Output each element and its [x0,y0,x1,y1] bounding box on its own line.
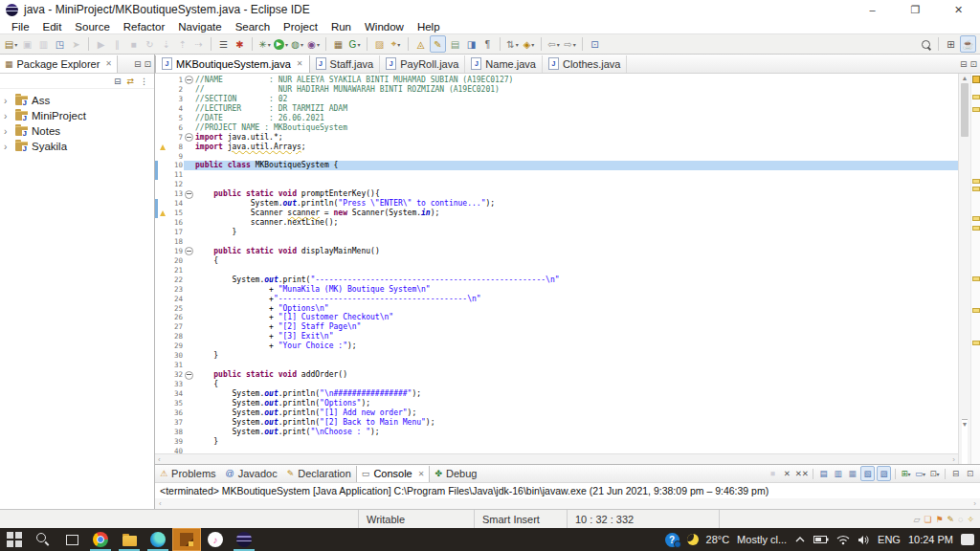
menu-window[interactable]: Window [358,21,411,33]
warning-icon[interactable] [160,210,166,216]
pin-console-icon[interactable]: ⊡▾ [928,467,941,480]
scroll-left-icon[interactable]: ‹ [158,455,161,464]
progress-icon[interactable]: ◌ [958,515,963,524]
get-help-icon[interactable]: ? [665,533,679,547]
collapse-all-icon[interactable]: ⊟ [114,77,122,86]
view-menu-icon[interactable]: ⋮ [140,77,148,86]
close-view-icon[interactable]: ✕ [105,59,112,68]
fold-cell[interactable] [184,247,193,256]
sidebar-item-miniproject[interactable]: ›MiniProject [0,108,154,123]
last-edit-location-icon[interactable]: ◨ [464,36,479,52]
warning-marker[interactable] [972,107,980,112]
link-with-editor-icon[interactable]: ⇄ [126,77,134,86]
expand-chevron-icon[interactable]: › [4,126,11,137]
editor-tab-clothes-java[interactable]: JClothes.java [543,55,628,73]
profile-icon[interactable]: ◉▾ [306,36,321,52]
generate-icon[interactable]: G▾ [347,36,362,52]
restore-button[interactable]: ❐ [894,0,937,19]
mark-occurrences-icon[interactable]: ◬ [413,36,428,52]
maximize-editor-icon[interactable]: ⊡ [969,59,977,69]
fold-cell[interactable] [184,189,193,199]
flag-tip-icon[interactable]: ⚑ [935,515,943,524]
tray-clock[interactable]: 10:24 PM [908,534,953,545]
coverage-icon[interactable]: ◍▾ [290,36,304,52]
word-wrap-icon[interactable]: ▦ [846,467,858,480]
sort-icon[interactable]: ⇅▾ [505,36,520,52]
new-java-project-icon[interactable]: ▦ [331,36,345,52]
taskbar-taskview-icon[interactable] [57,528,86,551]
warning-marker[interactable] [972,95,980,99]
taskbar-explorer-icon[interactable] [115,528,144,551]
tray-chevron-up-icon[interactable] [794,536,806,543]
menu-refactor[interactable]: Refactor [117,21,171,33]
editor-tab-staff-java[interactable]: JStaff.java [310,55,381,73]
warning-marker[interactable] [972,341,980,345]
editor-horizontal-scrollbar[interactable]: ‹ › [155,453,958,464]
fold-collapse-icon[interactable] [185,133,193,142]
edit-pencil-icon[interactable]: ✎ [947,515,955,524]
close-tab-icon[interactable]: ✕ [418,470,425,478]
scroll-left-icon[interactable]: ‹ [159,499,162,508]
show-stdout-icon[interactable]: ▧ [860,466,875,481]
tip-bubble-icon[interactable]: ❏ [924,515,931,524]
maximize-view-icon[interactable]: ⊡ [144,59,151,69]
close-tab-icon[interactable]: ✕ [297,59,303,68]
tray-temperature[interactable]: 28°C [706,534,730,545]
minimize-editor-icon[interactable]: ⊟ [960,59,968,69]
suspend-icon[interactable]: ∥ [110,36,124,52]
menu-file[interactable]: File [5,21,36,33]
menu-run[interactable]: Run [324,21,358,33]
save-icon[interactable]: ▣ [20,36,34,52]
fold-cell[interactable] [184,133,193,143]
warning-marker[interactable] [972,187,980,191]
resume-icon[interactable]: ▶ [94,36,108,52]
fold-collapse-icon[interactable] [185,247,193,255]
open-element-icon[interactable]: ◳ [53,36,67,52]
fold-cell[interactable] [184,76,193,85]
minimize-button[interactable]: – [851,0,894,19]
step-into-icon[interactable]: ⇣ [159,36,173,52]
menu-navigate[interactable]: Navigate [171,21,228,33]
editor-tab-payroll-java[interactable]: JPayRoll.java [380,55,465,73]
action-center-icon[interactable] [961,534,974,545]
annotations-icon[interactable]: ✎ [430,35,446,53]
tab-console[interactable]: ▭Console✕ [356,466,431,482]
tray-weather-text[interactable]: Mostly cl... [737,534,787,545]
tray-language[interactable]: ENG [878,534,901,545]
editor-tab-name-java[interactable]: JName.java [465,55,543,73]
sidebar-item-syakila[interactable]: ›Syakila [0,139,154,154]
step-return-icon[interactable]: ⇢ [191,36,206,52]
scroll-right-icon[interactable]: › [952,455,955,464]
save-all-icon[interactable]: ▥ [36,36,51,52]
console-horizontal-scrollbar[interactable]: ‹ › [155,498,980,509]
warning-marker[interactable] [972,226,980,231]
step-over-icon[interactable]: ⇡ [175,36,189,52]
taskbar-edge-icon[interactable] [144,528,172,551]
menu-search[interactable]: Search [229,21,277,33]
fold-collapse-icon[interactable] [185,371,193,380]
new-wizard-icon[interactable]: ▤▾ [4,36,18,52]
run-icon[interactable]: ▶▾ [274,36,288,52]
open-type-icon[interactable]: ▨ [372,36,387,52]
remove-launch-icon[interactable]: ✕ [781,467,793,480]
battery-icon[interactable] [813,535,829,544]
scroll-up-icon[interactable]: ▲ [962,74,969,82]
tab-declaration[interactable]: ✎Declaration [282,466,356,482]
access-mode-icon[interactable]: ▱ [913,515,920,524]
warning-marker[interactable] [972,276,980,281]
scrollbar-thumb[interactable] [961,83,969,137]
fold-cell[interactable] [184,370,193,380]
wifi-icon[interactable] [836,535,850,545]
skip-breakpoints-icon[interactable]: ☰ [216,36,231,52]
code-area[interactable]: 1//NAME : NUR ALEEYA SYAKILA BINTI MUHAM… [155,74,958,453]
taskbar-itunes-icon[interactable]: ♪ [201,528,230,551]
relaunch-icon[interactable]: ↻ [143,36,157,52]
search-icon[interactable] [919,36,933,52]
fold-collapse-icon[interactable] [185,190,193,199]
open-perspective-icon[interactable]: ⊞ [944,36,958,52]
show-whitespace-icon[interactable]: ¶ [480,36,495,52]
expand-chevron-icon[interactable]: › [4,111,11,121]
terminate-icon[interactable]: ■ [126,36,141,52]
filters-icon[interactable]: ◈▾ [522,36,536,52]
external-tools-icon[interactable]: ✱ [233,36,247,52]
